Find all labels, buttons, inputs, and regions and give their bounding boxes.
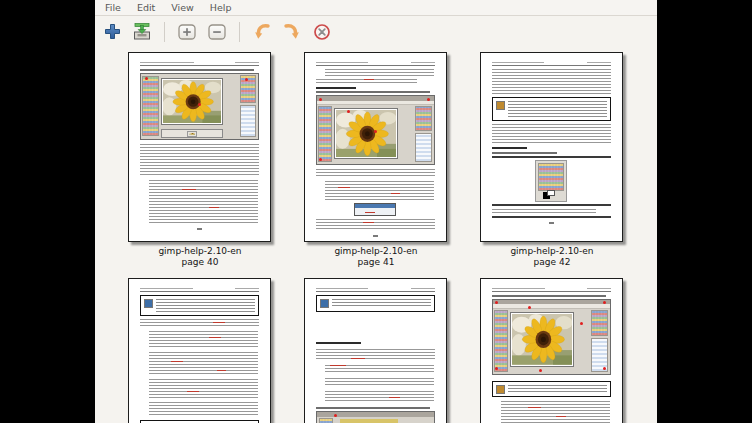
page-header [316, 61, 435, 66]
layers-panel [240, 105, 256, 138]
text-lines [325, 181, 434, 200]
text-lines [501, 401, 610, 423]
section-heading-bar [316, 342, 361, 344]
page-cell-45[interactable] [480, 278, 625, 423]
toolbox-panel [318, 106, 333, 162]
rotate-right-icon [282, 22, 302, 42]
screenshot-sliver [316, 411, 435, 423]
text-lines [140, 319, 259, 328]
text-lines [149, 180, 258, 224]
whitespace [316, 312, 435, 342]
save-button[interactable] [131, 21, 153, 43]
annotation-dot [528, 306, 531, 309]
page-header [140, 61, 259, 66]
page-cell-41[interactable]: gimp-help-2.10-en page 41 [304, 52, 449, 268]
sunflower-thumb [189, 133, 196, 135]
figure-caption-line [316, 407, 430, 409]
note-box [140, 295, 259, 316]
menu-file[interactable]: File [97, 1, 129, 14]
figure-rule [492, 156, 611, 158]
annotation-dot [539, 369, 542, 372]
menu-help[interactable]: Help [202, 1, 240, 14]
menu-edit[interactable]: Edit [129, 1, 163, 14]
sunflower-image [163, 80, 221, 123]
caption-page: page 42 [480, 257, 625, 268]
page-number-mark [373, 235, 378, 237]
rotate-right-button[interactable] [281, 21, 303, 43]
text-lines [149, 331, 258, 349]
text-lines [325, 378, 434, 387]
tip-icon [320, 299, 329, 308]
image-window [161, 78, 223, 125]
page-header [316, 287, 435, 292]
screen-canvas: File Edit View Help [0, 0, 752, 423]
figure-rule [492, 204, 611, 206]
sunflower-image [336, 110, 396, 158]
annotation-dot [347, 110, 350, 113]
toolbox-panel [494, 310, 509, 372]
text-lines [149, 352, 258, 376]
toolbox-figure [492, 160, 611, 202]
caption-page: page 40 [128, 257, 273, 268]
rotate-left-button[interactable] [251, 21, 273, 43]
text-lines [149, 379, 258, 399]
annotation-dot [580, 322, 583, 325]
add-plus-icon [103, 22, 122, 41]
add-pages-button[interactable] [101, 21, 123, 43]
zoom-in-button[interactable] [176, 21, 198, 43]
note-icon [496, 101, 505, 110]
annotation-dot [495, 367, 498, 370]
text-lines [149, 402, 258, 416]
save-import-icon [132, 22, 152, 41]
figure-caption-line [140, 69, 254, 71]
section-heading-bar [492, 147, 528, 149]
page-cell-40[interactable]: gimp-help-2.10-en page 40 [128, 52, 273, 268]
zoom-out-icon [207, 23, 227, 41]
figure-caption-line [492, 152, 557, 154]
text-lines [325, 69, 434, 77]
page-thumbnail [304, 52, 447, 242]
subheading-bar [316, 87, 356, 89]
page-cell-44[interactable] [304, 278, 449, 423]
dock-panel [415, 106, 433, 132]
menu-bar: File Edit View Help [95, 0, 657, 16]
toolbar-separator [164, 22, 165, 42]
gimp-screenshot-singlewindow [316, 95, 435, 165]
pdf-arranger-window: File Edit View Help [95, 0, 657, 423]
gimp-screenshot-singlewindow [492, 299, 611, 375]
text-lines [316, 169, 435, 178]
delete-button[interactable] [311, 21, 333, 43]
figure-rule [492, 216, 611, 218]
annotation-dot [603, 367, 606, 370]
page-cell-42[interactable]: gimp-help-2.10-en page 42 [480, 52, 625, 268]
page-thumbnail [128, 278, 271, 423]
image-window [334, 108, 398, 160]
tip-box [316, 295, 435, 312]
text-lines [140, 144, 259, 177]
zoom-out-button[interactable] [206, 21, 228, 43]
page-number-mark [197, 228, 202, 230]
page-thumbnail [304, 278, 447, 423]
note-icon [496, 385, 505, 394]
delete-icon [312, 22, 332, 42]
caption-doc-name: gimp-help-2.10-en [304, 246, 449, 257]
thumbnail-grid: gimp-help-2.10-en page 40 [95, 47, 657, 423]
page-header [492, 61, 611, 66]
text-lines [492, 69, 611, 94]
text-lines [316, 349, 435, 361]
annotation-dot [374, 130, 377, 133]
page-header [140, 287, 259, 292]
page-header [492, 287, 611, 292]
toolbar-separator [239, 22, 240, 42]
thumbnail-caption: gimp-help-2.10-en page 42 [480, 246, 625, 267]
thumbnail-caption: gimp-help-2.10-en page 41 [304, 246, 449, 267]
page-cell-43[interactable] [128, 278, 273, 423]
page-thumbnail [480, 278, 623, 423]
note-box [492, 97, 611, 121]
toolbox-panel [142, 76, 158, 136]
menu-view[interactable]: View [163, 1, 202, 14]
figure-caption-line [316, 91, 430, 93]
page-thumbnail [480, 52, 623, 242]
zoom-in-icon [177, 23, 197, 41]
note-box [492, 381, 611, 397]
